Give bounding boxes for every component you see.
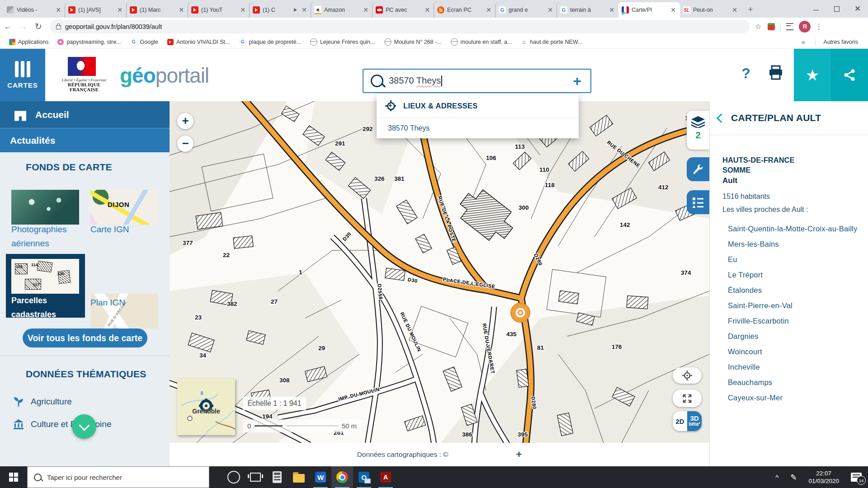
new-tab-button[interactable]: + [744, 3, 757, 16]
cadastral-map[interactable]: 3772912923263812223382271293411310611011… [170, 101, 709, 443]
fullscreen-button[interactable] [673, 389, 702, 407]
extension-icon[interactable] [768, 23, 775, 30]
tab-close-button[interactable]: ✕ [362, 6, 369, 14]
city-link[interactable]: Dargnies [728, 328, 859, 344]
url-field[interactable]: geoportail.gouv.fr/plan/80039/ault [50, 20, 750, 33]
print-button[interactable] [768, 65, 784, 82]
browser-tab[interactable]: Ggrand e✕ [495, 2, 557, 18]
bookmark-item[interactable]: Moulure N° 268 -... [381, 38, 445, 46]
profile-avatar[interactable]: R [799, 21, 811, 33]
share-button[interactable] [831, 49, 868, 101]
back-button[interactable]: ← [0, 22, 15, 32]
geoportail-wordmark[interactable]: géoportail [120, 63, 209, 88]
taskbar-search-box[interactable]: Taper ici pour rechercher [27, 466, 209, 488]
help-button[interactable]: ? [737, 61, 755, 86]
cartes-menu-button[interactable]: CARTES [0, 49, 45, 101]
legend-button[interactable] [687, 190, 709, 214]
bookmark-item[interactable]: papystreaming, stre... [54, 39, 124, 45]
tile-parcelles-cadastrales-selected[interactable]: 113114130117 Parcellescadastrales [6, 254, 85, 318]
advanced-search-button[interactable]: + [573, 73, 590, 89]
taskbar-app-chrome[interactable] [331, 466, 353, 488]
search-box[interactable]: 38570 Theys + [363, 69, 591, 93]
tile-label-carte-ign[interactable]: Carte IGN [90, 222, 163, 236]
taskbar-app-calculator[interactable] [266, 466, 288, 488]
taskbar-app-word[interactable]: W [310, 466, 331, 488]
close-button[interactable]: ✕ [847, 0, 868, 18]
pen-icon[interactable]: ✎ [790, 473, 797, 482]
city-link[interactable]: Woincourt [728, 344, 859, 359]
taskbar-app-outlook[interactable]: O [353, 466, 375, 488]
overview-inset-map[interactable]: Grenoble [177, 379, 235, 435]
city-link[interactable]: Eu [728, 252, 859, 267]
city-link[interactable]: Saint-Pierre-en-Val [728, 298, 859, 313]
tab-close-button[interactable]: ✕ [116, 6, 123, 14]
browser-tab[interactable]: aAmazon✕ [311, 2, 373, 18]
browser-tab[interactable]: (1) YouT✕ [188, 2, 250, 18]
taskbar-app-explorer[interactable] [288, 466, 310, 488]
browser-tab[interactable]: Carte/Pl✕ [618, 2, 680, 18]
tab-close-button[interactable]: ✕ [239, 6, 246, 14]
city-link[interactable]: Étalondes [728, 282, 859, 298]
city-link[interactable]: Beauchamps [728, 375, 859, 390]
collapse-panel-chevron-icon[interactable] [717, 113, 726, 122]
tile-label-plan-ign[interactable]: Plan IGN [90, 296, 163, 310]
mode-3d-button[interactable]: 3Dbêta² [687, 411, 702, 431]
start-button[interactable] [0, 466, 27, 488]
taskbar-app-acrobat[interactable]: A [375, 466, 396, 488]
browser-tab[interactable]: (1) Marc✕ [127, 2, 188, 18]
tab-close-button[interactable]: ✕ [485, 6, 492, 14]
tab-close-button[interactable]: ✕ [731, 6, 738, 14]
bookmark-item[interactable]: Lejeune Frères quin... [307, 38, 379, 46]
tab-audio-icon[interactable] [294, 8, 297, 12]
city-link[interactable]: Incheville [728, 359, 859, 375]
tab-close-button[interactable]: ✕ [55, 6, 62, 14]
chat-widget-button[interactable] [72, 414, 96, 439]
favorites-button[interactable]: ★ [794, 49, 831, 101]
bookmarks-overflow-button[interactable]: » [802, 38, 805, 46]
taskbar-app-taskview[interactable] [245, 466, 266, 488]
minimize-button[interactable] [806, 0, 826, 18]
action-center-button[interactable]: 14 [851, 473, 862, 482]
city-link[interactable]: Saint-Quentin-la-Motte-Croix-au-Bailly [728, 221, 859, 236]
bookmark-item[interactable]: ⌂haut de porte NEW... [517, 39, 586, 45]
attribution-expand-button[interactable]: + [516, 449, 522, 460]
city-link[interactable]: Mers-les-Bains [728, 236, 859, 252]
browser-tab[interactable]: Gterrain à✕ [557, 2, 618, 18]
tray-expand-button[interactable]: ^ [775, 474, 778, 481]
zoom-in-button[interactable]: + [177, 113, 193, 129]
search-result-marker[interactable] [511, 303, 530, 322]
taskbar-clock[interactable]: 22:07 01/03/2020 [808, 469, 839, 485]
bookmark-star-icon[interactable]: ☆ [755, 22, 761, 31]
taskbar-app-cortana[interactable] [223, 466, 245, 488]
tile-carte-ign[interactable]: DIJON [90, 190, 158, 225]
browser-tab[interactable]: bEcran PC✕ [434, 2, 495, 18]
maximize-button[interactable] [826, 0, 847, 18]
browser-tab[interactable]: Vidéos -✕ [4, 2, 65, 18]
bookmark-item[interactable]: Gplaque de propreté... [236, 38, 305, 46]
bookmark-item[interactable]: moulure en staff, a... [447, 38, 516, 46]
other-bookmarks-button[interactable]: Autres favoris [820, 39, 862, 45]
search-input-value[interactable]: 38570 Theys [389, 75, 442, 87]
bookmark-item[interactable]: Applications [5, 39, 52, 45]
bookmark-item[interactable]: Antonio VIVALDI St... [164, 39, 234, 45]
tab-close-button[interactable]: ✕ [547, 6, 554, 14]
mode-2d-button[interactable]: 2D [673, 411, 687, 431]
reading-list-icon[interactable] [786, 23, 793, 30]
tile-photographies-aeriennes[interactable] [11, 190, 79, 225]
locate-me-button[interactable] [673, 367, 702, 384]
tab-close-button[interactable]: ✕ [178, 6, 185, 14]
layers-panel-tab[interactable]: 2 [687, 111, 709, 150]
tile-label-photographies[interactable]: Photographies aériennes [11, 222, 84, 250]
tab-close-button[interactable]: ✕ [670, 6, 677, 14]
bookmark-item[interactable]: GGoogle [127, 38, 162, 46]
sidebar-item-actualites[interactable]: Actualités [0, 128, 170, 152]
suggestion-item[interactable]: 38570 Theys [377, 117, 579, 138]
browser-tab[interactable]: (1) C✕ [250, 2, 311, 18]
browser-tab[interactable]: PC avec✕ [373, 2, 434, 18]
tab-close-button[interactable]: ✕ [301, 6, 308, 14]
tools-button[interactable] [687, 157, 709, 181]
city-link[interactable]: Friville-Escarbotin [728, 313, 859, 328]
reload-button[interactable]: ↻ [31, 21, 46, 32]
sidebar-item-agriculture[interactable]: Agriculture [13, 396, 72, 408]
zoom-out-button[interactable]: − [177, 136, 193, 152]
